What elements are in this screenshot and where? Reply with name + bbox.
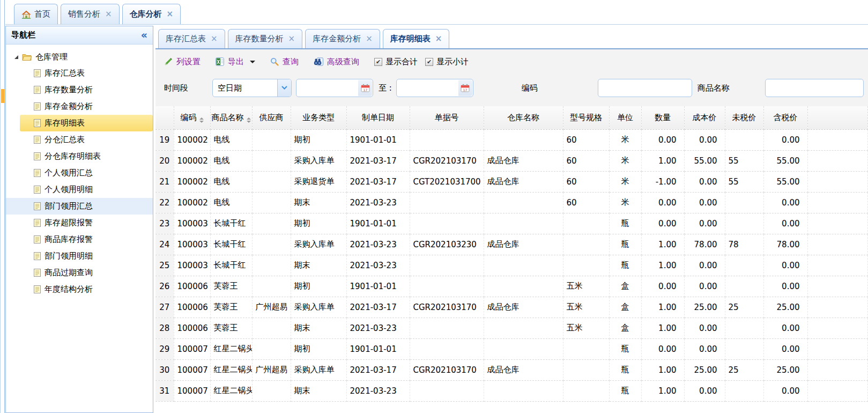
- filler-cell: [807, 150, 868, 171]
- table-cell: 盒: [609, 297, 641, 318]
- sort-asc-icon[interactable]: [247, 117, 251, 120]
- report-tab-2[interactable]: 库存金额分析×: [305, 29, 380, 48]
- table-cell: [563, 234, 609, 255]
- table-cell: [252, 318, 291, 338]
- sidebar-item-6[interactable]: 个人领用汇总: [6, 165, 153, 181]
- close-icon[interactable]: ×: [366, 35, 373, 43]
- column-header-2[interactable]: 商品名称: [210, 106, 252, 129]
- sidebar-item-9[interactable]: 库存超限报警: [6, 215, 153, 231]
- table-cell: 长城干红: [210, 255, 252, 276]
- sidebar-item-label: 商品库存报警: [44, 234, 93, 245]
- column-header-1[interactable]: 编码: [174, 106, 210, 129]
- sidebar-item-label: 年度结构分析: [44, 284, 93, 294]
- tree-root-warehouse-management[interactable]: 仓库管理: [6, 49, 153, 65]
- table-cell: 78.00: [763, 234, 807, 255]
- close-icon[interactable]: ×: [167, 10, 174, 18]
- inventory-table: 编码商品名称供应商业务类型制单日期单据号仓库名称型号规格单位数量成本价未税价含税…: [155, 106, 868, 402]
- table-row[interactable]: 25100003长城干红期末2021-03-23瓶1.000.000.00: [155, 255, 868, 276]
- column-header-label: 编码: [181, 113, 197, 122]
- table-cell: 1901-01-01: [346, 129, 410, 150]
- table-row[interactable]: 31100007红星二锅头期末2021-03-23瓶1.000.000.00: [155, 380, 868, 401]
- product-name-input[interactable]: [765, 79, 864, 97]
- table-cell: 期末: [291, 255, 346, 276]
- calendar-icon[interactable]: 17: [358, 80, 372, 96]
- table-cell: 2021-03-17: [346, 150, 410, 171]
- sort-desc-icon[interactable]: [199, 121, 204, 123]
- table-row[interactable]: 21100002电线采购退货单2021-03-17CGT2021031700成品…: [155, 171, 868, 192]
- report-tab-label: 库存汇总表: [166, 34, 206, 44]
- table-cell: [563, 380, 609, 401]
- close-icon[interactable]: ×: [288, 35, 295, 43]
- table-cell: 100007: [174, 380, 210, 401]
- table-row[interactable]: 24100003长城干红采购入库单2021-03-23CGR202103230成…: [155, 234, 868, 255]
- sidebar-item-13[interactable]: 年度结构分析: [6, 281, 153, 298]
- table-row[interactable]: 28100006芙蓉王期末2021-03-23五米盒1.000.000.00: [155, 318, 868, 338]
- sidebar-item-label: 库存明细表: [44, 118, 85, 128]
- table-row[interactable]: 22100002电线期末2021-03-2360米0.000.000.00: [155, 192, 868, 213]
- close-icon[interactable]: ×: [105, 10, 112, 18]
- sidebar-item-0[interactable]: 库存汇总表: [6, 65, 153, 82]
- sidebar-item-4[interactable]: 分仓汇总表: [6, 131, 153, 148]
- top-tab-bar: 首页销售分析×仓库分析×: [5, 0, 868, 25]
- table-cell: 红星二锅头: [210, 359, 252, 380]
- table-cell: 60: [563, 192, 609, 213]
- collapsed-panel-strip[interactable]: [0, 0, 5, 413]
- table-cell: 100002: [174, 192, 210, 213]
- table-row[interactable]: 23100003长城干红期初1901-01-01瓶0.000.000.00: [155, 213, 868, 234]
- table-cell: 瓶: [609, 213, 641, 234]
- sidebar-item-12[interactable]: 商品过期查询: [6, 264, 153, 281]
- close-icon[interactable]: ×: [211, 35, 218, 43]
- table-cell: 采购入库单: [291, 359, 346, 380]
- code-input[interactable]: [598, 79, 692, 97]
- sidebar-item-7[interactable]: 个人领用明细: [6, 181, 153, 198]
- sidebar-item-1[interactable]: 库存数量分析: [6, 82, 153, 98]
- tree-expanded-icon[interactable]: [14, 55, 18, 59]
- sidebar-item-2[interactable]: 库存金额分析: [6, 98, 153, 115]
- sort-desc-icon[interactable]: [247, 121, 251, 123]
- date-preset-select[interactable]: 空日期: [212, 79, 292, 97]
- top-tab-1[interactable]: 销售分析×: [61, 4, 120, 24]
- close-icon[interactable]: ×: [435, 35, 442, 43]
- report-tab-3[interactable]: 库存明细表×: [383, 29, 450, 48]
- top-tab-2[interactable]: 仓库分析×: [122, 4, 181, 24]
- sidebar-item-8[interactable]: 部门领用汇总: [6, 198, 153, 215]
- excel-icon: [216, 57, 224, 66]
- checkbox-group-1[interactable]: ✔显示小计: [425, 57, 469, 67]
- table-cell: 1.00: [641, 297, 684, 318]
- row-number-cell: 27: [155, 297, 174, 318]
- sidebar-item-5[interactable]: 分仓库存明细表: [6, 148, 153, 165]
- table-row[interactable]: 27100006芙蓉王广州超易采购入库单2021-03-17CGR2021031…: [155, 297, 868, 318]
- date-from-wrapper: 17: [296, 79, 373, 97]
- table-cell: 60: [563, 150, 609, 171]
- column-header-8: 型号规格: [563, 106, 609, 129]
- table-row[interactable]: 30100007红星二锅头广州超易采购入库单2021-03-17CGR20210…: [155, 359, 868, 380]
- sidebar-item-3[interactable]: 库存明细表: [20, 115, 153, 131]
- document-icon: [34, 219, 41, 227]
- toolbar-button-1[interactable]: 导出: [216, 57, 255, 67]
- sidebar-item-11[interactable]: 部门领用明细: [6, 248, 153, 264]
- table-row[interactable]: 19100002电线期初1901-01-0160米0.000.000.00: [155, 129, 868, 150]
- report-tab-0[interactable]: 库存汇总表×: [158, 29, 225, 48]
- checkbox-icon[interactable]: ✔: [425, 58, 433, 66]
- sidebar-item-10[interactable]: 商品库存报警: [6, 231, 153, 248]
- top-tab-0[interactable]: 首页: [14, 4, 58, 24]
- toolbar-button-0[interactable]: 列设置: [164, 57, 201, 67]
- table-row[interactable]: 20100002电线采购入库单2021-03-17CGR202103170成品仓…: [155, 150, 868, 171]
- toolbar-button-3[interactable]: 高级查询: [314, 57, 359, 67]
- chevron-down-icon[interactable]: [277, 79, 291, 97]
- sort-arrows-icon[interactable]: [247, 117, 251, 123]
- table-row[interactable]: 26100006芙蓉王期初1901-01-01五米盒0.000.000.00: [155, 276, 868, 297]
- collapse-sidebar-icon[interactable]: «: [141, 30, 147, 40]
- checkbox-icon[interactable]: ✔: [374, 58, 382, 66]
- sort-arrows-icon[interactable]: [199, 117, 204, 123]
- table-cell: 1.00: [641, 150, 684, 171]
- toolbar-button-2[interactable]: 查询: [270, 57, 299, 67]
- table-row[interactable]: 29100007红星二锅头期初1901-01-01瓶0.000.000.00: [155, 338, 868, 359]
- table-cell: CGR202103170: [410, 297, 484, 318]
- checkbox-group-0[interactable]: ✔显示合计: [374, 57, 418, 67]
- calendar-icon[interactable]: 17: [458, 80, 472, 96]
- sort-asc-icon[interactable]: [199, 117, 204, 120]
- column-header-6: 单据号: [410, 106, 484, 129]
- report-tab-1[interactable]: 库存数量分析×: [228, 29, 303, 48]
- caret-down-icon[interactable]: [250, 61, 255, 63]
